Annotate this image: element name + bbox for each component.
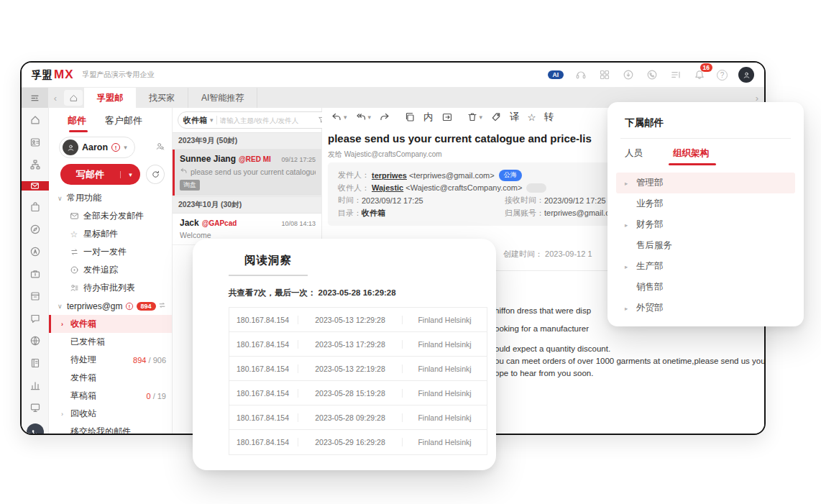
chat-icon[interactable] xyxy=(22,313,49,324)
item-send-tracking[interactable]: 发件追踪 xyxy=(49,261,172,279)
dept-finance[interactable]: ▸ 财务部 xyxy=(616,214,795,235)
mail-search-input[interactable] xyxy=(220,116,315,124)
ai-assistant-badge[interactable]: AI xyxy=(548,70,564,80)
app-logo: 孚盟 MX xyxy=(32,68,74,82)
nav-back-icon[interactable]: ‹ xyxy=(48,88,63,108)
transfer-button[interactable]: 转 xyxy=(544,111,554,124)
account-caret-icon[interactable]: ∨ xyxy=(58,303,67,310)
section-caret-icon[interactable]: ∨ xyxy=(58,195,67,202)
delete-button[interactable]: ▾ xyxy=(467,111,483,123)
from-email: <terpriwes@gmail.com> xyxy=(409,171,495,180)
mail-module-icon[interactable] xyxy=(22,181,49,191)
dept-management[interactable]: ▸ 管理部 xyxy=(616,173,795,193)
compose-row: 写邮件 ▾ xyxy=(60,164,165,185)
forward-button[interactable] xyxy=(379,111,390,123)
nav-tab-fumeng-mail[interactable]: 孚盟邮 xyxy=(84,88,136,108)
folder-drafts[interactable]: 草稿箱 0 / 19 xyxy=(49,387,172,405)
item-unassigned-mail[interactable]: 全部未分发邮件 xyxy=(49,207,172,225)
mail-item-sunnee[interactable]: Sunnee Jiang @RED MI 09/12 17:25 please … xyxy=(173,150,321,196)
nav-tab-find-buyers[interactable]: 找买家 xyxy=(136,88,188,108)
compose-dropdown-icon[interactable]: ▾ xyxy=(120,171,140,178)
folder-inbox[interactable]: › 收件箱 xyxy=(49,315,172,333)
service-phone-icon[interactable] xyxy=(22,424,49,435)
folder-filter-select[interactable]: 收件箱 xyxy=(183,115,207,126)
item-one-to-one-send[interactable]: 一对一发件 xyxy=(49,243,172,261)
sendto-line: 发给 Wajestic@craftsCompany.com xyxy=(328,150,442,160)
discover-compass-icon[interactable] xyxy=(22,224,49,235)
notifications-bell-icon[interactable]: 16 xyxy=(693,68,706,81)
insight-row: 180.167.84.154 2023-05-29 16:29:28 Finla… xyxy=(229,430,487,454)
folder-sent[interactable]: 已发件箱 xyxy=(49,333,172,351)
logo-text: 孚盟 xyxy=(32,69,52,82)
folder-pending[interactable]: 待处理 894 / 906 xyxy=(49,351,172,369)
dept-foreign-trade[interactable]: ▸ 外贸部 xyxy=(616,298,795,319)
from-name[interactable]: terpriwes xyxy=(372,171,407,180)
global-trade-icon[interactable] xyxy=(22,335,49,347)
received-label: 接收时间： xyxy=(505,195,544,206)
reply-button[interactable]: ▾ xyxy=(331,111,347,123)
dept-business[interactable]: 业务部 xyxy=(616,193,795,214)
contacts-icon[interactable] xyxy=(22,137,49,148)
mail-company-tag: @GAPcad xyxy=(202,219,237,227)
account-selector[interactable]: Aaron ! ▾ xyxy=(59,137,135,158)
user-avatar[interactable] xyxy=(738,67,754,83)
dept-after-sales[interactable]: 售后服务 xyxy=(616,235,795,256)
folder-filter-caret-icon[interactable]: ▾ xyxy=(210,116,214,124)
org-structure-icon[interactable] xyxy=(22,159,49,170)
dept-sales[interactable]: 销售部 xyxy=(616,277,795,298)
phone-circle-icon[interactable] xyxy=(646,68,659,81)
business-case-icon[interactable] xyxy=(22,268,49,280)
nav-home-icon[interactable] xyxy=(64,90,83,106)
folder-caret-icon[interactable]: › xyxy=(61,321,70,328)
move-to-button[interactable] xyxy=(441,111,453,123)
folder-label: 回收站 xyxy=(70,408,96,420)
folder-outbox[interactable]: 发件箱 xyxy=(49,369,172,387)
translate-button[interactable]: 译 xyxy=(510,111,520,124)
item-approval-list[interactable]: 待办审批列表 xyxy=(49,279,172,297)
expand-caret-icon[interactable]: ▸ xyxy=(625,180,636,187)
folder-transferred-to-me[interactable]: 移交给我的邮件 xyxy=(49,423,172,435)
insight-title-wrap: 阅读洞察 xyxy=(229,253,308,276)
tab-people[interactable]: 人员 xyxy=(625,147,643,165)
to-name[interactable]: Wajestic xyxy=(372,183,403,192)
home-icon[interactable] xyxy=(22,114,49,126)
star-button[interactable]: ☆ xyxy=(528,111,536,123)
switch-account-icon[interactable] xyxy=(158,301,166,311)
expand-caret-icon[interactable]: ▸ xyxy=(625,263,636,270)
orders-icon[interactable] xyxy=(22,201,49,213)
copy-button[interactable] xyxy=(404,111,416,123)
apps-grid-icon[interactable] xyxy=(598,68,611,81)
ledger-icon[interactable] xyxy=(22,357,49,369)
collapse-menu-icon[interactable] xyxy=(22,88,48,108)
section-common-functions[interactable]: ∨ 常用功能 xyxy=(49,189,172,207)
search-contact-icon[interactable] xyxy=(155,142,165,153)
tab-mail[interactable]: 邮件 xyxy=(68,114,86,132)
nav-tab-ai-recommend[interactable]: AI智能推荐 xyxy=(188,88,257,108)
statistics-icon[interactable] xyxy=(22,380,49,391)
navigation-icon[interactable] xyxy=(22,246,49,257)
visit-ip: 180.167.84.154 xyxy=(229,316,298,324)
tag-button[interactable] xyxy=(490,111,502,123)
tab-customer-mail[interactable]: 客户邮件 xyxy=(105,114,142,132)
internal-distribute-button[interactable]: 内 xyxy=(423,111,434,124)
folder-caret-icon[interactable]: › xyxy=(61,411,70,418)
account-mailbox-row[interactable]: ∨ terpriwes@gm ! 894 xyxy=(49,297,172,315)
item-starred-mail[interactable]: ☆ 星标邮件 xyxy=(49,225,172,243)
headset-icon[interactable] xyxy=(574,68,587,81)
task-list-icon[interactable] xyxy=(669,68,682,81)
folder-trash[interactable]: › 回收站 xyxy=(49,405,172,423)
tab-org-structure[interactable]: 组织架构 xyxy=(673,147,709,165)
archive-icon[interactable] xyxy=(22,290,49,302)
dept-production[interactable]: ▸ 生产部 xyxy=(616,256,795,277)
help-icon[interactable]: ? xyxy=(717,70,728,81)
reply-all-button[interactable]: ▾ xyxy=(355,111,372,123)
expand-caret-icon[interactable]: ▸ xyxy=(625,221,636,229)
dept-label: 售后服务 xyxy=(636,239,672,252)
visit-location: Finland Helsinkj xyxy=(402,438,487,446)
compose-button[interactable]: 写邮件 ▾ xyxy=(60,164,140,185)
download-circle-icon[interactable] xyxy=(622,68,635,81)
expand-caret-icon[interactable]: ▸ xyxy=(625,305,636,312)
workbench-icon[interactable] xyxy=(22,402,49,413)
refresh-button[interactable] xyxy=(146,165,165,184)
search-divider xyxy=(216,116,217,124)
